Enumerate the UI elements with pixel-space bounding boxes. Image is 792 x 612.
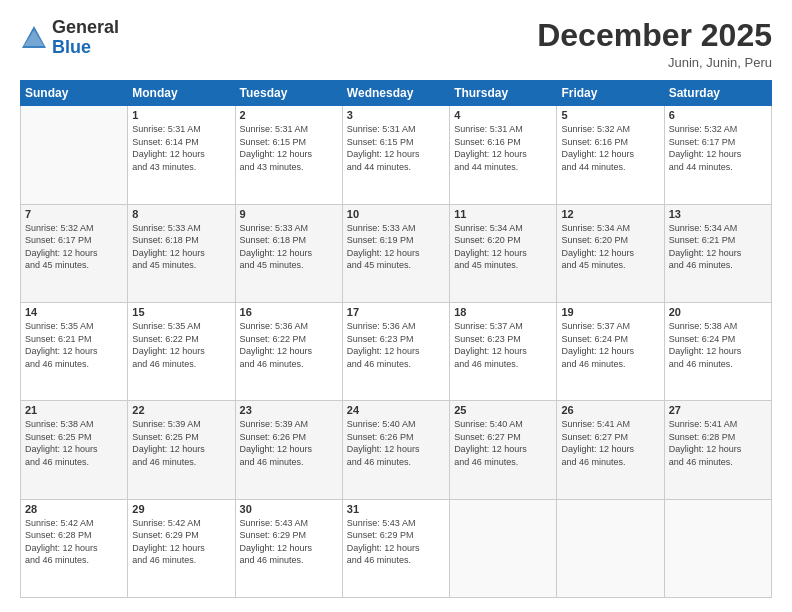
- logo-text: General Blue: [52, 18, 119, 58]
- calendar-cell: 25Sunrise: 5:40 AM Sunset: 6:27 PM Dayli…: [450, 401, 557, 499]
- calendar-cell: 21Sunrise: 5:38 AM Sunset: 6:25 PM Dayli…: [21, 401, 128, 499]
- calendar-week-row: 1Sunrise: 5:31 AM Sunset: 6:14 PM Daylig…: [21, 106, 772, 204]
- day-number: 18: [454, 306, 552, 318]
- calendar-cell: [557, 499, 664, 597]
- day-info: Sunrise: 5:34 AM Sunset: 6:21 PM Dayligh…: [669, 222, 767, 272]
- calendar-cell: 27Sunrise: 5:41 AM Sunset: 6:28 PM Dayli…: [664, 401, 771, 499]
- calendar-cell: 4Sunrise: 5:31 AM Sunset: 6:16 PM Daylig…: [450, 106, 557, 204]
- day-info: Sunrise: 5:42 AM Sunset: 6:28 PM Dayligh…: [25, 517, 123, 567]
- calendar-cell: 19Sunrise: 5:37 AM Sunset: 6:24 PM Dayli…: [557, 302, 664, 400]
- logo: General Blue: [20, 18, 119, 58]
- svg-marker-1: [24, 30, 44, 46]
- day-number: 6: [669, 109, 767, 121]
- day-info: Sunrise: 5:36 AM Sunset: 6:23 PM Dayligh…: [347, 320, 445, 370]
- calendar-week-row: 7Sunrise: 5:32 AM Sunset: 6:17 PM Daylig…: [21, 204, 772, 302]
- day-number: 21: [25, 404, 123, 416]
- day-info: Sunrise: 5:43 AM Sunset: 6:29 PM Dayligh…: [347, 517, 445, 567]
- calendar-cell: 26Sunrise: 5:41 AM Sunset: 6:27 PM Dayli…: [557, 401, 664, 499]
- calendar-week-row: 14Sunrise: 5:35 AM Sunset: 6:21 PM Dayli…: [21, 302, 772, 400]
- day-number: 31: [347, 503, 445, 515]
- calendar-cell: 13Sunrise: 5:34 AM Sunset: 6:21 PM Dayli…: [664, 204, 771, 302]
- day-info: Sunrise: 5:32 AM Sunset: 6:16 PM Dayligh…: [561, 123, 659, 173]
- day-number: 26: [561, 404, 659, 416]
- logo-icon: [20, 24, 48, 52]
- day-info: Sunrise: 5:36 AM Sunset: 6:22 PM Dayligh…: [240, 320, 338, 370]
- calendar-cell: [21, 106, 128, 204]
- calendar-table: SundayMondayTuesdayWednesdayThursdayFrid…: [20, 80, 772, 598]
- day-info: Sunrise: 5:35 AM Sunset: 6:22 PM Dayligh…: [132, 320, 230, 370]
- calendar-cell: 16Sunrise: 5:36 AM Sunset: 6:22 PM Dayli…: [235, 302, 342, 400]
- day-number: 2: [240, 109, 338, 121]
- day-number: 25: [454, 404, 552, 416]
- calendar-cell: 30Sunrise: 5:43 AM Sunset: 6:29 PM Dayli…: [235, 499, 342, 597]
- day-info: Sunrise: 5:40 AM Sunset: 6:26 PM Dayligh…: [347, 418, 445, 468]
- calendar-cell: [664, 499, 771, 597]
- day-info: Sunrise: 5:38 AM Sunset: 6:25 PM Dayligh…: [25, 418, 123, 468]
- day-header-sunday: Sunday: [21, 81, 128, 106]
- day-info: Sunrise: 5:31 AM Sunset: 6:15 PM Dayligh…: [240, 123, 338, 173]
- day-header-thursday: Thursday: [450, 81, 557, 106]
- day-info: Sunrise: 5:40 AM Sunset: 6:27 PM Dayligh…: [454, 418, 552, 468]
- day-info: Sunrise: 5:37 AM Sunset: 6:23 PM Dayligh…: [454, 320, 552, 370]
- calendar-week-row: 28Sunrise: 5:42 AM Sunset: 6:28 PM Dayli…: [21, 499, 772, 597]
- day-number: 13: [669, 208, 767, 220]
- day-header-saturday: Saturday: [664, 81, 771, 106]
- calendar-cell: 24Sunrise: 5:40 AM Sunset: 6:26 PM Dayli…: [342, 401, 449, 499]
- calendar-cell: 3Sunrise: 5:31 AM Sunset: 6:15 PM Daylig…: [342, 106, 449, 204]
- day-info: Sunrise: 5:33 AM Sunset: 6:18 PM Dayligh…: [240, 222, 338, 272]
- day-number: 27: [669, 404, 767, 416]
- day-info: Sunrise: 5:34 AM Sunset: 6:20 PM Dayligh…: [561, 222, 659, 272]
- day-header-monday: Monday: [128, 81, 235, 106]
- calendar-cell: [450, 499, 557, 597]
- day-number: 17: [347, 306, 445, 318]
- day-info: Sunrise: 5:35 AM Sunset: 6:21 PM Dayligh…: [25, 320, 123, 370]
- calendar-cell: 28Sunrise: 5:42 AM Sunset: 6:28 PM Dayli…: [21, 499, 128, 597]
- day-number: 30: [240, 503, 338, 515]
- calendar-cell: 10Sunrise: 5:33 AM Sunset: 6:19 PM Dayli…: [342, 204, 449, 302]
- day-number: 19: [561, 306, 659, 318]
- day-number: 8: [132, 208, 230, 220]
- calendar-cell: 20Sunrise: 5:38 AM Sunset: 6:24 PM Dayli…: [664, 302, 771, 400]
- header: General Blue December 2025 Junin, Junin,…: [20, 18, 772, 70]
- page: General Blue December 2025 Junin, Junin,…: [0, 0, 792, 612]
- day-info: Sunrise: 5:41 AM Sunset: 6:27 PM Dayligh…: [561, 418, 659, 468]
- day-info: Sunrise: 5:31 AM Sunset: 6:16 PM Dayligh…: [454, 123, 552, 173]
- day-number: 15: [132, 306, 230, 318]
- calendar-cell: 11Sunrise: 5:34 AM Sunset: 6:20 PM Dayli…: [450, 204, 557, 302]
- day-info: Sunrise: 5:31 AM Sunset: 6:14 PM Dayligh…: [132, 123, 230, 173]
- day-number: 20: [669, 306, 767, 318]
- day-header-row: SundayMondayTuesdayWednesdayThursdayFrid…: [21, 81, 772, 106]
- day-number: 3: [347, 109, 445, 121]
- calendar-cell: 31Sunrise: 5:43 AM Sunset: 6:29 PM Dayli…: [342, 499, 449, 597]
- month-title: December 2025: [537, 18, 772, 53]
- calendar-cell: 23Sunrise: 5:39 AM Sunset: 6:26 PM Dayli…: [235, 401, 342, 499]
- calendar-cell: 15Sunrise: 5:35 AM Sunset: 6:22 PM Dayli…: [128, 302, 235, 400]
- day-info: Sunrise: 5:41 AM Sunset: 6:28 PM Dayligh…: [669, 418, 767, 468]
- day-number: 7: [25, 208, 123, 220]
- day-info: Sunrise: 5:38 AM Sunset: 6:24 PM Dayligh…: [669, 320, 767, 370]
- calendar-cell: 8Sunrise: 5:33 AM Sunset: 6:18 PM Daylig…: [128, 204, 235, 302]
- logo-blue-text: Blue: [52, 37, 91, 57]
- day-info: Sunrise: 5:43 AM Sunset: 6:29 PM Dayligh…: [240, 517, 338, 567]
- calendar-cell: 1Sunrise: 5:31 AM Sunset: 6:14 PM Daylig…: [128, 106, 235, 204]
- day-number: 4: [454, 109, 552, 121]
- day-info: Sunrise: 5:33 AM Sunset: 6:19 PM Dayligh…: [347, 222, 445, 272]
- calendar-cell: 5Sunrise: 5:32 AM Sunset: 6:16 PM Daylig…: [557, 106, 664, 204]
- day-number: 24: [347, 404, 445, 416]
- day-number: 5: [561, 109, 659, 121]
- day-info: Sunrise: 5:32 AM Sunset: 6:17 PM Dayligh…: [669, 123, 767, 173]
- day-info: Sunrise: 5:33 AM Sunset: 6:18 PM Dayligh…: [132, 222, 230, 272]
- day-header-tuesday: Tuesday: [235, 81, 342, 106]
- calendar-cell: 17Sunrise: 5:36 AM Sunset: 6:23 PM Dayli…: [342, 302, 449, 400]
- day-info: Sunrise: 5:34 AM Sunset: 6:20 PM Dayligh…: [454, 222, 552, 272]
- day-info: Sunrise: 5:39 AM Sunset: 6:26 PM Dayligh…: [240, 418, 338, 468]
- day-number: 29: [132, 503, 230, 515]
- calendar-cell: 7Sunrise: 5:32 AM Sunset: 6:17 PM Daylig…: [21, 204, 128, 302]
- calendar-cell: 18Sunrise: 5:37 AM Sunset: 6:23 PM Dayli…: [450, 302, 557, 400]
- calendar-cell: 9Sunrise: 5:33 AM Sunset: 6:18 PM Daylig…: [235, 204, 342, 302]
- day-number: 22: [132, 404, 230, 416]
- day-number: 9: [240, 208, 338, 220]
- calendar-cell: 22Sunrise: 5:39 AM Sunset: 6:25 PM Dayli…: [128, 401, 235, 499]
- day-number: 28: [25, 503, 123, 515]
- day-info: Sunrise: 5:31 AM Sunset: 6:15 PM Dayligh…: [347, 123, 445, 173]
